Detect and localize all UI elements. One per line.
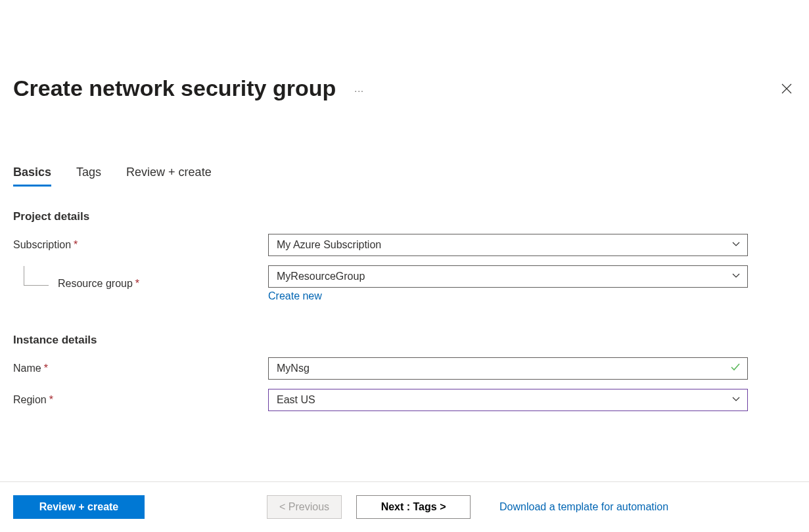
region-select[interactable]: East US — [268, 389, 748, 411]
section-project-details: Project details — [13, 210, 796, 223]
subscription-value: My Azure Subscription — [277, 239, 381, 251]
page-header: Create network security group ··· — [13, 0, 796, 101]
tab-review-create[interactable]: Review + create — [126, 166, 212, 187]
subscription-label: Subscription* — [13, 239, 268, 251]
more-actions-icon[interactable]: ··· — [354, 81, 364, 96]
name-label-text: Name — [13, 363, 41, 374]
required-indicator: * — [135, 278, 139, 289]
close-icon[interactable] — [777, 79, 796, 98]
subscription-select[interactable]: My Azure Subscription — [268, 234, 748, 256]
name-value: MyNsg — [277, 363, 310, 374]
required-indicator: * — [74, 239, 78, 250]
name-label: Name* — [13, 363, 268, 374]
required-indicator: * — [49, 394, 53, 405]
chevron-down-icon — [731, 239, 741, 251]
review-create-button[interactable]: Review + create — [13, 495, 145, 519]
tree-connector-icon — [24, 266, 49, 286]
tab-tags[interactable]: Tags — [76, 166, 101, 187]
subscription-label-text: Subscription — [13, 239, 71, 250]
wizard-footer: Review + create < Previous Next : Tags >… — [0, 481, 809, 532]
chevron-down-icon — [731, 271, 741, 282]
region-value: East US — [277, 394, 315, 406]
name-input[interactable]: MyNsg — [268, 357, 748, 380]
validation-success-icon — [730, 362, 741, 375]
required-indicator: * — [44, 363, 48, 374]
resource-group-value: MyResourceGroup — [277, 271, 365, 282]
chevron-down-icon — [731, 394, 741, 406]
tab-basics[interactable]: Basics — [13, 166, 51, 187]
section-instance-details: Instance details — [13, 334, 796, 347]
resource-group-label: Resource group* — [13, 278, 268, 290]
resource-group-label-text: Resource group — [58, 278, 133, 289]
previous-button: < Previous — [267, 495, 342, 519]
region-label-text: Region — [13, 394, 47, 405]
resource-group-select[interactable]: MyResourceGroup — [268, 265, 748, 288]
next-button[interactable]: Next : Tags > — [356, 495, 471, 519]
wizard-tabs: Basics Tags Review + create — [13, 166, 796, 187]
download-template-link[interactable]: Download a template for automation — [499, 501, 668, 513]
page-title: Create network security group — [13, 76, 336, 101]
create-new-resource-group-link[interactable]: Create new — [268, 290, 322, 302]
region-label: Region* — [13, 394, 268, 406]
